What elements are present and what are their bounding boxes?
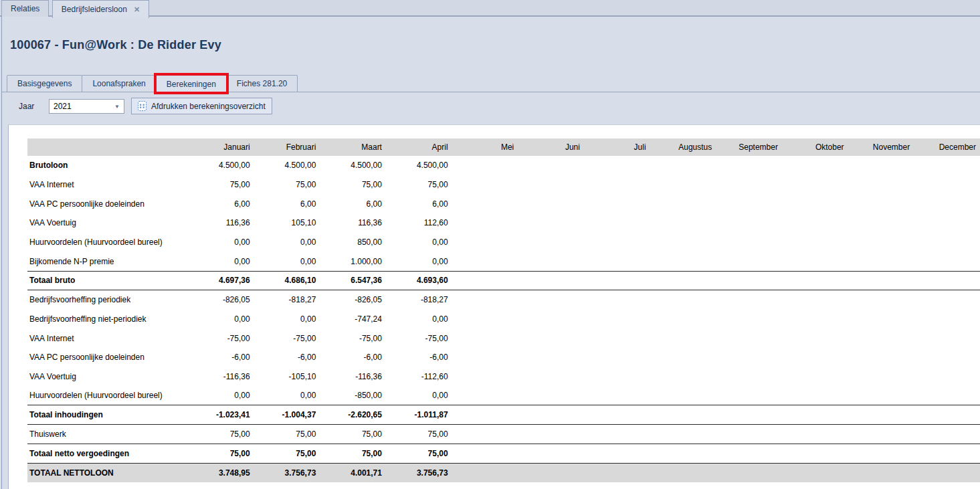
cell-value: 4.686,10 xyxy=(254,271,320,290)
cell-value xyxy=(848,156,914,175)
cell-value: 6,00 xyxy=(320,194,386,213)
report-grid-icon xyxy=(138,101,146,111)
row-label: VAA PC persoonlijke doeleinden xyxy=(27,348,188,367)
print-overview-button[interactable]: Afdrukken berekeningsoverzicht xyxy=(131,98,272,114)
tab-loonafspraken[interactable]: Loonafspraken xyxy=(82,75,156,92)
cell-value xyxy=(914,367,980,387)
cell-value: 0,00 xyxy=(188,386,254,405)
row-label: Totaal netto vergoedingen xyxy=(27,444,188,463)
row-label: VAA Voertuig xyxy=(27,213,188,233)
cell-value xyxy=(518,444,584,463)
cell-value xyxy=(650,463,716,482)
cell-value xyxy=(452,252,518,271)
cell-value xyxy=(650,348,716,367)
cell-value: 3.756,73 xyxy=(254,463,320,482)
column-header-month: November xyxy=(848,138,914,156)
cell-value xyxy=(650,271,716,290)
tab-fiches-28120[interactable]: Fiches 281.20 xyxy=(226,75,298,92)
cell-value: -1.023,41 xyxy=(188,405,254,425)
cell-value xyxy=(584,233,650,252)
cell-value: -116,36 xyxy=(188,367,254,387)
cell-value xyxy=(518,156,584,175)
cell-value: -1.004,37 xyxy=(254,405,320,425)
window-tab-bedrijfsleidersloon[interactable]: Bedrijfsleidersloon ✕ xyxy=(52,0,149,18)
cell-value xyxy=(518,463,584,482)
cell-value xyxy=(848,348,914,367)
cell-value: 1.000,00 xyxy=(320,252,386,271)
window-tab-relaties[interactable]: Relaties xyxy=(1,0,49,17)
tab-basisgegevens[interactable]: Basisgegevens xyxy=(7,75,82,92)
cell-value xyxy=(848,271,914,290)
window-tab-bedrijfsleidersloon-label: Bedrijfsleidersloon xyxy=(62,5,127,14)
table-row: VAA PC persoonlijke doeleinden-6,00-6,00… xyxy=(27,348,980,367)
row-label: VAA Internet xyxy=(27,175,188,195)
column-header-month: September xyxy=(716,138,782,156)
cell-value: -6,00 xyxy=(320,348,386,367)
row-label: Totaal inhoudingen xyxy=(27,405,188,425)
row-label: Bijkomende N-P premie xyxy=(27,252,188,271)
window-tab-relaties-label: Relaties xyxy=(11,4,39,13)
cell-value xyxy=(914,252,980,271)
cell-value xyxy=(716,233,782,252)
cell-value: 116,36 xyxy=(188,213,254,233)
cell-value: 4.001,71 xyxy=(320,463,386,482)
year-select[interactable]: 2021 ▼ xyxy=(49,99,124,114)
cell-value xyxy=(518,271,584,290)
cell-value xyxy=(452,463,518,482)
cell-value: 0,00 xyxy=(188,310,254,329)
table-row: Bijkomende N-P premie0,000,001.000,000,0… xyxy=(27,252,980,271)
cell-value: 0,00 xyxy=(188,252,254,271)
chevron-down-icon: ▼ xyxy=(114,104,120,110)
cell-value xyxy=(650,328,716,348)
cell-value: -818,27 xyxy=(386,290,452,310)
cell-value: 75,00 xyxy=(188,425,254,444)
table-row: Totaal inhoudingen-1.023,41-1.004,37-2.6… xyxy=(27,405,980,425)
cell-value xyxy=(518,233,584,252)
cell-value xyxy=(782,175,848,195)
cell-value: 112,60 xyxy=(386,213,452,233)
cell-value: -747,24 xyxy=(320,310,386,329)
cell-value xyxy=(584,310,650,329)
cell-value xyxy=(518,213,584,233)
cell-value xyxy=(650,444,716,463)
cell-value: 75,00 xyxy=(320,175,386,195)
cell-value xyxy=(914,463,980,482)
cell-value xyxy=(452,425,518,444)
cell-value xyxy=(584,156,650,175)
cell-value xyxy=(848,386,914,405)
cell-value xyxy=(782,367,848,387)
cell-value: 4.500,00 xyxy=(188,156,254,175)
cell-value xyxy=(782,290,848,310)
cell-value xyxy=(782,348,848,367)
cell-value: 75,00 xyxy=(188,175,254,195)
cell-value xyxy=(650,213,716,233)
cell-value xyxy=(848,252,914,271)
column-header-month: Mei xyxy=(452,138,518,156)
cell-value xyxy=(914,213,980,233)
table-header-row: JanuariFebruariMaartAprilMeiJuniJuliAugu… xyxy=(27,138,980,156)
close-icon[interactable]: ✕ xyxy=(134,6,140,13)
cell-value xyxy=(914,444,980,463)
table-row: Thuiswerk75,0075,0075,0075,00 xyxy=(27,425,980,444)
tab-basisgegevens-label: Basisgegevens xyxy=(17,79,72,88)
cell-value xyxy=(716,405,782,425)
cell-value: 75,00 xyxy=(386,175,452,195)
cell-value: 75,00 xyxy=(254,175,320,195)
cell-value xyxy=(518,175,584,195)
cell-value xyxy=(848,405,914,425)
cell-value: 75,00 xyxy=(386,444,452,463)
cell-value xyxy=(782,386,848,405)
cell-value xyxy=(518,310,584,329)
column-header-month: April xyxy=(386,138,452,156)
cell-value xyxy=(452,367,518,387)
row-label: Thuiswerk xyxy=(27,425,188,444)
tab-berekeningen[interactable]: Berekeningen xyxy=(156,75,227,92)
cell-value xyxy=(584,271,650,290)
cell-value: -105,10 xyxy=(254,367,320,387)
table-row: Bedrijfsvoorheffing periodiek-826,05-818… xyxy=(27,290,980,310)
cell-value xyxy=(848,233,914,252)
cell-value xyxy=(452,194,518,213)
cell-value xyxy=(782,156,848,175)
cell-value xyxy=(848,194,914,213)
cell-value xyxy=(716,156,782,175)
